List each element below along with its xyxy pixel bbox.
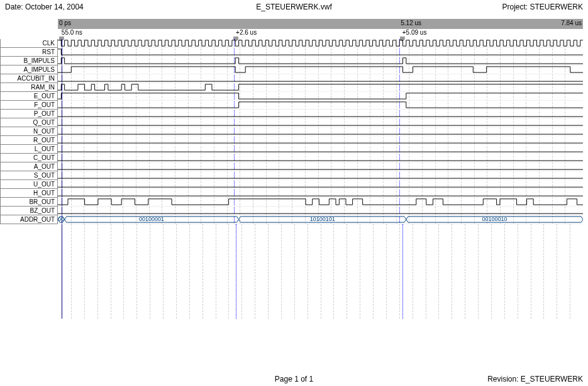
wave-row-C_OUT: C_OUT: [0, 154, 583, 162]
signal-label-A_IMPULS[interactable]: A_IMPULS: [0, 65, 58, 74]
wave-plot-P_OUT[interactable]: [58, 110, 583, 118]
signal-label-Q_OUT[interactable]: Q_OUT: [0, 118, 58, 127]
signal-label-RAM_IN[interactable]: RAM_IN: [0, 83, 58, 92]
wave-plot-L_OUT[interactable]: [58, 145, 583, 154]
signal-label-C_OUT[interactable]: C_OUT: [0, 154, 58, 162]
wave-row-P_OUT: P_OUT: [0, 110, 583, 118]
wave-row-RST: RST: [0, 48, 583, 57]
extend-area: [58, 224, 583, 319]
svg-text:00: 00: [58, 217, 64, 223]
wave-row-N_OUT: N_OUT: [0, 127, 583, 136]
wave-row-F_OUT: F_OUT: [0, 101, 583, 110]
wave-row-A_IMPULS: A_IMPULS: [0, 65, 583, 74]
date-label: Date: October 14, 2004: [5, 3, 84, 11]
signal-label-BR_OUT[interactable]: BR_OUT: [0, 198, 58, 207]
wave-plot-C_OUT[interactable]: [58, 154, 583, 162]
timeline-tick-end: 7.84 us: [561, 20, 582, 26]
wave-row-E_OUT: E_OUT: [0, 92, 583, 101]
signal-label-A_OUT[interactable]: A_OUT: [0, 162, 58, 171]
signal-label-R_OUT[interactable]: R_OUT: [0, 136, 58, 145]
revision-label: Revision: E_STEUERWERK: [487, 375, 583, 383]
wave-plot-B_IMPULS[interactable]: [58, 57, 583, 65]
wave-row-S_OUT: S_OUT: [0, 171, 583, 180]
wave-plot-BR_OUT[interactable]: [58, 198, 583, 207]
wave-plot-Q_OUT[interactable]: [58, 118, 583, 127]
page-label: Page 1 of 1: [275, 375, 313, 383]
signal-label-P_OUT[interactable]: P_OUT: [0, 110, 58, 118]
signal-label-CLK[interactable]: CLK: [0, 39, 58, 48]
filename-label: E_STEUERWERK.vwf: [256, 3, 331, 11]
marker-row: 55.0 ns+2.6 us+5.09 us: [58, 29, 583, 39]
wave-row-BZ_OUT: BZ_OUT: [0, 207, 583, 215]
wave-row-R_OUT: R_OUT: [0, 136, 583, 145]
wave-row-B_IMPULS: B_IMPULS: [0, 57, 583, 65]
cursor-line-1[interactable]: [236, 224, 236, 319]
marker-label-1: +2.6 us: [236, 29, 257, 36]
signal-label-RST[interactable]: RST: [0, 48, 58, 57]
signal-label-U_OUT[interactable]: U_OUT: [0, 180, 58, 189]
waves-area: CLKRSTB_IMPULSA_IMPULSACCUBIT_INRAM_INE_…: [0, 39, 583, 224]
signal-label-ADDR_OUT[interactable]: ADDR_OUT: [0, 215, 58, 224]
wave-row-H_OUT: H_OUT: [0, 189, 583, 198]
wave-row-A_OUT: A_OUT: [0, 162, 583, 171]
wave-plot-U_OUT[interactable]: [58, 180, 583, 189]
master-cursor[interactable]: [62, 224, 62, 319]
wave-plot-ACCUBIT_IN[interactable]: [58, 74, 583, 83]
signal-label-B_IMPULS[interactable]: B_IMPULS: [0, 57, 58, 65]
wave-plot-BZ_OUT[interactable]: [58, 207, 583, 215]
wave-row-ACCUBIT_IN: ACCUBIT_IN: [0, 74, 583, 83]
wave-plot-ADDR_OUT[interactable]: 00001000011010010100100010: [58, 215, 583, 224]
wave-plot-F_OUT[interactable]: [58, 101, 583, 110]
wave-plot-E_OUT[interactable]: [58, 92, 583, 101]
wave-row-ADDR_OUT: ADDR_OUT00001000011010010100100010: [0, 215, 583, 224]
signal-label-N_OUT[interactable]: N_OUT: [0, 127, 58, 136]
project-label: Project: STEUERWERK: [502, 3, 583, 11]
footer: Page 1 of 1 Revision: E_STEUERWERK: [0, 375, 588, 383]
wave-plot-R_OUT[interactable]: [58, 136, 583, 145]
signal-label-F_OUT[interactable]: F_OUT: [0, 101, 58, 110]
wave-plot-S_OUT[interactable]: [58, 171, 583, 180]
signal-label-E_OUT[interactable]: E_OUT: [0, 92, 58, 101]
cursor-line-2[interactable]: [402, 224, 403, 319]
wave-plot-CLK[interactable]: [58, 39, 583, 48]
marker-label-2: +5.09 us: [402, 29, 427, 36]
wave-row-CLK: CLK: [0, 39, 583, 48]
wave-plot-RAM_IN[interactable]: [58, 83, 583, 92]
signal-label-ACCUBIT_IN[interactable]: ACCUBIT_IN: [0, 74, 58, 83]
signal-label-S_OUT[interactable]: S_OUT: [0, 171, 58, 180]
wave-row-L_OUT: L_OUT: [0, 145, 583, 154]
wave-plot-N_OUT[interactable]: [58, 127, 583, 136]
wave-row-BR_OUT: BR_OUT: [0, 198, 583, 207]
svg-text:00100001: 00100001: [139, 217, 164, 223]
svg-text:00100010: 00100010: [482, 217, 507, 223]
wave-plot-H_OUT[interactable]: [58, 189, 583, 198]
signal-label-H_OUT[interactable]: H_OUT: [0, 189, 58, 198]
timeline-bar[interactable]: 0 ps 5.12 us 7.84 us: [58, 19, 583, 29]
header: Date: October 14, 2004 E_STEUERWERK.vwf …: [0, 0, 588, 14]
wave-row-U_OUT: U_OUT: [0, 180, 583, 189]
wave-row-Q_OUT: Q_OUT: [0, 118, 583, 127]
svg-text:10100101: 10100101: [310, 217, 335, 223]
timeline-tick-start: 0 ps: [58, 20, 71, 26]
wave-plot-A_IMPULS[interactable]: [58, 65, 583, 74]
signal-label-BZ_OUT[interactable]: BZ_OUT: [0, 207, 58, 215]
signal-label-L_OUT[interactable]: L_OUT: [0, 145, 58, 154]
timeline: 0 ps 5.12 us 7.84 us 55.0 ns+2.6 us+5.09…: [0, 19, 588, 39]
marker-label-0: 55.0 ns: [62, 29, 82, 36]
wave-row-RAM_IN: RAM_IN: [0, 83, 583, 92]
wave-plot-A_OUT[interactable]: [58, 162, 583, 171]
wave-plot-RST[interactable]: [58, 48, 583, 57]
timeline-tick-mid: 5.12 us: [401, 20, 421, 26]
